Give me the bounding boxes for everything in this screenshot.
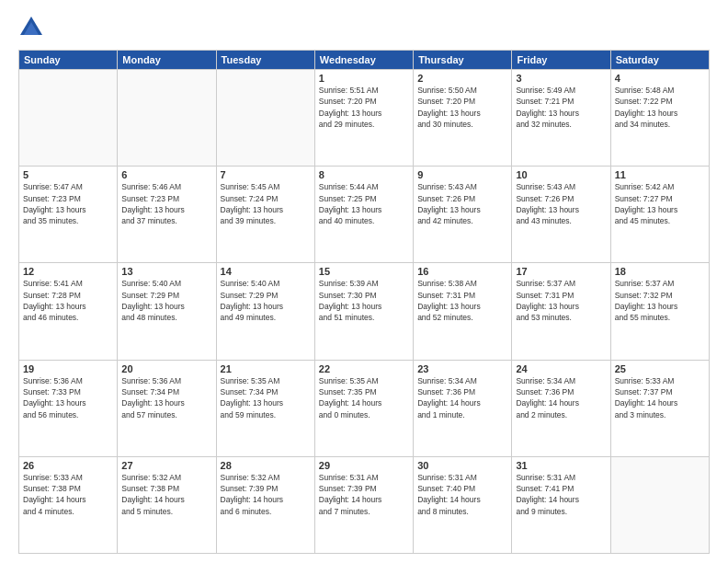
day-number: 29 [319, 460, 409, 471]
day-number: 4 [615, 73, 705, 84]
calendar: SundayMondayTuesdayWednesdayThursdayFrid… [18, 50, 710, 554]
calendar-cell: 22Sunrise: 5:35 AM Sunset: 7:35 PM Dayli… [314, 360, 413, 456]
day-number: 26 [23, 460, 113, 471]
day-info: Sunrise: 5:45 AM Sunset: 7:24 PM Dayligh… [221, 181, 311, 226]
day-info: Sunrise: 5:32 AM Sunset: 7:38 PM Dayligh… [121, 472, 211, 517]
calendar-cell: 23Sunrise: 5:34 AM Sunset: 7:36 PM Dayli… [414, 360, 512, 456]
calendar-cell: 8Sunrise: 5:44 AM Sunset: 7:25 PM Daylig… [314, 167, 413, 263]
calendar-cell: 6Sunrise: 5:46 AM Sunset: 7:23 PM Daylig… [118, 167, 216, 263]
day-number: 28 [221, 460, 311, 471]
day-info: Sunrise: 5:42 AM Sunset: 7:27 PM Dayligh… [615, 181, 705, 226]
day-number: 8 [319, 169, 409, 180]
day-number: 22 [319, 363, 409, 374]
calendar-cell: 18Sunrise: 5:37 AM Sunset: 7:32 PM Dayli… [610, 263, 709, 360]
logo [18, 15, 48, 40]
calendar-cell: 25Sunrise: 5:33 AM Sunset: 7:37 PM Dayli… [610, 360, 709, 456]
day-number: 15 [319, 266, 409, 277]
day-number: 1 [319, 73, 409, 84]
day-info: Sunrise: 5:51 AM Sunset: 7:20 PM Dayligh… [319, 85, 409, 130]
day-info: Sunrise: 5:38 AM Sunset: 7:31 PM Dayligh… [417, 278, 507, 323]
day-number: 12 [23, 266, 113, 277]
calendar-cell [19, 70, 118, 167]
calendar-cell: 20Sunrise: 5:36 AM Sunset: 7:34 PM Dayli… [118, 360, 216, 456]
calendar-cell: 27Sunrise: 5:32 AM Sunset: 7:38 PM Dayli… [118, 456, 216, 553]
day-number: 9 [417, 169, 507, 180]
day-number: 20 [121, 363, 211, 374]
calendar-week-1: 1Sunrise: 5:51 AM Sunset: 7:20 PM Daylig… [19, 70, 710, 167]
calendar-cell: 10Sunrise: 5:43 AM Sunset: 7:26 PM Dayli… [512, 167, 610, 263]
calendar-header-row: SundayMondayTuesdayWednesdayThursdayFrid… [19, 51, 710, 70]
day-info: Sunrise: 5:32 AM Sunset: 7:39 PM Dayligh… [221, 472, 311, 517]
day-number: 3 [516, 73, 606, 84]
day-info: Sunrise: 5:39 AM Sunset: 7:30 PM Dayligh… [319, 278, 409, 323]
calendar-cell: 30Sunrise: 5:31 AM Sunset: 7:40 PM Dayli… [414, 456, 512, 553]
calendar-header-saturday: Saturday [610, 51, 709, 70]
day-number: 19 [23, 363, 113, 374]
day-number: 31 [516, 460, 606, 471]
calendar-cell [610, 456, 709, 553]
calendar-header-monday: Monday [118, 51, 216, 70]
calendar-cell: 15Sunrise: 5:39 AM Sunset: 7:30 PM Dayli… [314, 263, 413, 360]
day-number: 11 [615, 169, 705, 180]
calendar-header-friday: Friday [512, 51, 610, 70]
day-number: 2 [417, 73, 507, 84]
day-number: 5 [23, 169, 113, 180]
day-info: Sunrise: 5:43 AM Sunset: 7:26 PM Dayligh… [516, 181, 606, 226]
logo-icon [18, 15, 44, 40]
calendar-cell: 1Sunrise: 5:51 AM Sunset: 7:20 PM Daylig… [314, 70, 413, 167]
day-number: 7 [221, 169, 311, 180]
calendar-cell: 14Sunrise: 5:40 AM Sunset: 7:29 PM Dayli… [216, 263, 314, 360]
calendar-week-3: 12Sunrise: 5:41 AM Sunset: 7:28 PM Dayli… [19, 263, 710, 360]
day-number: 18 [615, 266, 705, 277]
day-info: Sunrise: 5:36 AM Sunset: 7:34 PM Dayligh… [121, 375, 211, 420]
calendar-week-2: 5Sunrise: 5:47 AM Sunset: 7:23 PM Daylig… [19, 167, 710, 263]
day-info: Sunrise: 5:31 AM Sunset: 7:39 PM Dayligh… [319, 472, 409, 517]
day-info: Sunrise: 5:48 AM Sunset: 7:22 PM Dayligh… [615, 85, 705, 130]
calendar-header-wednesday: Wednesday [314, 51, 413, 70]
day-info: Sunrise: 5:37 AM Sunset: 7:32 PM Dayligh… [615, 278, 705, 323]
calendar-header-thursday: Thursday [414, 51, 512, 70]
page: SundayMondayTuesdayWednesdayThursdayFrid… [0, 0, 728, 563]
calendar-cell: 2Sunrise: 5:50 AM Sunset: 7:20 PM Daylig… [414, 70, 512, 167]
day-info: Sunrise: 5:49 AM Sunset: 7:21 PM Dayligh… [516, 85, 606, 130]
day-info: Sunrise: 5:46 AM Sunset: 7:23 PM Dayligh… [121, 181, 211, 226]
day-info: Sunrise: 5:47 AM Sunset: 7:23 PM Dayligh… [23, 181, 113, 226]
calendar-cell: 17Sunrise: 5:37 AM Sunset: 7:31 PM Dayli… [512, 263, 610, 360]
day-number: 14 [221, 266, 311, 277]
day-info: Sunrise: 5:50 AM Sunset: 7:20 PM Dayligh… [417, 85, 507, 130]
day-info: Sunrise: 5:35 AM Sunset: 7:34 PM Dayligh… [221, 375, 311, 420]
calendar-week-5: 26Sunrise: 5:33 AM Sunset: 7:38 PM Dayli… [19, 456, 710, 553]
day-number: 16 [417, 266, 507, 277]
calendar-cell: 4Sunrise: 5:48 AM Sunset: 7:22 PM Daylig… [610, 70, 709, 167]
day-info: Sunrise: 5:31 AM Sunset: 7:40 PM Dayligh… [417, 472, 507, 517]
header [18, 15, 710, 40]
day-number: 21 [221, 363, 311, 374]
calendar-cell: 29Sunrise: 5:31 AM Sunset: 7:39 PM Dayli… [314, 456, 413, 553]
calendar-cell: 7Sunrise: 5:45 AM Sunset: 7:24 PM Daylig… [216, 167, 314, 263]
day-info: Sunrise: 5:37 AM Sunset: 7:31 PM Dayligh… [516, 278, 606, 323]
day-number: 13 [121, 266, 211, 277]
calendar-cell: 11Sunrise: 5:42 AM Sunset: 7:27 PM Dayli… [610, 167, 709, 263]
day-info: Sunrise: 5:40 AM Sunset: 7:29 PM Dayligh… [121, 278, 211, 323]
day-info: Sunrise: 5:34 AM Sunset: 7:36 PM Dayligh… [417, 375, 507, 420]
calendar-cell: 9Sunrise: 5:43 AM Sunset: 7:26 PM Daylig… [414, 167, 512, 263]
calendar-header-sunday: Sunday [19, 51, 118, 70]
day-info: Sunrise: 5:34 AM Sunset: 7:36 PM Dayligh… [516, 375, 606, 420]
calendar-week-4: 19Sunrise: 5:36 AM Sunset: 7:33 PM Dayli… [19, 360, 710, 456]
calendar-cell: 24Sunrise: 5:34 AM Sunset: 7:36 PM Dayli… [512, 360, 610, 456]
day-info: Sunrise: 5:33 AM Sunset: 7:38 PM Dayligh… [23, 472, 113, 517]
day-info: Sunrise: 5:36 AM Sunset: 7:33 PM Dayligh… [23, 375, 113, 420]
calendar-cell: 26Sunrise: 5:33 AM Sunset: 7:38 PM Dayli… [19, 456, 118, 553]
day-info: Sunrise: 5:31 AM Sunset: 7:41 PM Dayligh… [516, 472, 606, 517]
calendar-cell [118, 70, 216, 167]
calendar-header-tuesday: Tuesday [216, 51, 314, 70]
day-info: Sunrise: 5:33 AM Sunset: 7:37 PM Dayligh… [615, 375, 705, 420]
day-number: 23 [417, 363, 507, 374]
day-number: 24 [516, 363, 606, 374]
day-number: 6 [121, 169, 211, 180]
day-info: Sunrise: 5:40 AM Sunset: 7:29 PM Dayligh… [221, 278, 311, 323]
calendar-cell: 31Sunrise: 5:31 AM Sunset: 7:41 PM Dayli… [512, 456, 610, 553]
calendar-cell: 16Sunrise: 5:38 AM Sunset: 7:31 PM Dayli… [414, 263, 512, 360]
day-info: Sunrise: 5:44 AM Sunset: 7:25 PM Dayligh… [319, 181, 409, 226]
day-number: 27 [121, 460, 211, 471]
